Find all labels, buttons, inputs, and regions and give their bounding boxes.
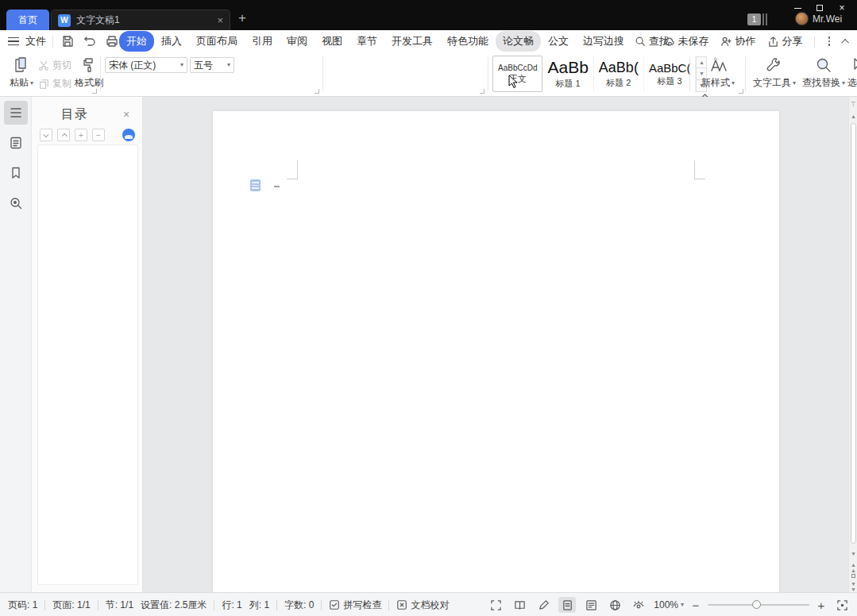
left-navigation-strip: [0, 97, 32, 592]
outline-empty-area[interactable]: [37, 144, 138, 585]
page-view-button[interactable]: [558, 597, 576, 613]
paragraph-dialog-launcher[interactable]: [480, 89, 484, 94]
tab-developer[interactable]: 开发工具: [384, 31, 440, 52]
document-notes-icon: [9, 136, 23, 150]
tab-section[interactable]: 章节: [349, 31, 384, 52]
badge-bars-icon: [762, 13, 767, 25]
save-icon[interactable]: [60, 33, 75, 49]
clipboard-dialog-launcher[interactable]: [92, 89, 97, 94]
styles-dialog-launcher[interactable]: [739, 89, 743, 94]
collapse-ribbon-icon[interactable]: [841, 38, 849, 46]
collapse-all-button[interactable]: [57, 129, 70, 141]
status-pages[interactable]: 页面: 1/1: [52, 599, 90, 612]
outline-view-button[interactable]: [582, 597, 600, 613]
maximize-button[interactable]: [808, 2, 832, 13]
smart-outline-toggle[interactable]: [122, 129, 135, 141]
font-dialog-launcher[interactable]: [315, 89, 319, 94]
tab-write-search[interactable]: 边写边搜: [576, 31, 631, 52]
search-panel-button[interactable]: [4, 191, 28, 215]
outline-panel-button[interactable]: [4, 101, 28, 125]
status-word-count[interactable]: 字数: 0: [284, 599, 314, 612]
panel-close-icon[interactable]: ×: [123, 108, 129, 121]
promote-button[interactable]: +: [75, 129, 87, 141]
font-size-combo[interactable]: 五号▾: [190, 57, 234, 73]
font-name-combo[interactable]: 宋体 (正文)▾: [105, 57, 187, 73]
tab-special-features[interactable]: 特色功能: [440, 31, 496, 52]
text-tool-button[interactable]: 文字工具▾: [751, 56, 797, 90]
ink-mode-button[interactable]: [535, 597, 552, 613]
copy-button[interactable]: 复制: [38, 77, 71, 90]
web-view-button[interactable]: [606, 597, 623, 613]
user-avatar[interactable]: [795, 12, 809, 25]
vertical-scrollbar[interactable]: ⊤ ▲ ▼ ▲▲ ▼▼: [848, 97, 857, 592]
style-heading2[interactable]: AaBb( 标题 2: [594, 56, 644, 92]
bookmark-icon: [9, 166, 23, 180]
titlebar: 首页 W 文字文稿1 × + × 1 Mr.Wei: [0, 0, 857, 30]
spellcheck-icon: [329, 599, 340, 610]
document-proofing-button[interactable]: 文档校对: [396, 599, 449, 612]
home-tab[interactable]: 首页: [6, 10, 49, 30]
notification-badge[interactable]: 1: [747, 13, 761, 25]
select-button[interactable]: 选择: [843, 56, 857, 90]
undo-icon[interactable]: [82, 33, 98, 49]
tab-paper-tools[interactable]: 论文畅: [496, 31, 541, 52]
tab-home[interactable]: 开始: [119, 31, 154, 52]
tab-references[interactable]: 引用: [245, 31, 280, 52]
status-margin-setting[interactable]: 设置值: 2.5厘米: [141, 599, 207, 612]
proofing-icon: [396, 599, 407, 610]
status-page-number[interactable]: 页码: 1: [8, 599, 37, 612]
document-tab[interactable]: W 文字文稿1 ×: [51, 10, 230, 30]
style-heading3[interactable]: AaBbC( 标题 3: [644, 56, 697, 92]
fullscreen-view-button[interactable]: [487, 597, 504, 613]
minimize-button[interactable]: [786, 2, 809, 13]
ruler-toggle-icon[interactable]: ⊤: [849, 102, 857, 108]
zoom-out-button[interactable]: −: [690, 599, 701, 612]
tab-view[interactable]: 视图: [315, 31, 349, 52]
new-tab-button[interactable]: +: [238, 11, 246, 25]
tab-page-layout[interactable]: 页面布局: [189, 31, 245, 52]
paste-button[interactable]: 粘贴▾: [8, 56, 35, 90]
scrollbar-thumb[interactable]: [851, 123, 856, 544]
document-area: [143, 97, 848, 592]
collaborate-button[interactable]: 协作: [720, 34, 756, 48]
previous-page-icon[interactable]: ▲▲: [849, 562, 857, 573]
file-menu[interactable]: 文件: [25, 34, 46, 48]
zoom-in-button[interactable]: +: [816, 599, 827, 612]
next-page-icon[interactable]: ▼▼: [849, 581, 857, 592]
spell-check-button[interactable]: 拼写检查: [329, 599, 381, 612]
eye-protect-button[interactable]: [630, 597, 647, 613]
select-browse-object-icon[interactable]: [851, 574, 855, 578]
zoom-slider[interactable]: [708, 604, 809, 606]
demote-button[interactable]: −: [92, 129, 105, 141]
notes-panel-button[interactable]: [4, 131, 28, 155]
new-style-button[interactable]: 新样式▾: [697, 56, 739, 90]
smart-insert-icon[interactable]: [250, 179, 261, 191]
scroll-down-icon[interactable]: ▼: [849, 551, 857, 556]
status-section[interactable]: 节: 1/1: [106, 599, 133, 612]
tab-insert[interactable]: 插入: [154, 31, 189, 52]
cut-button[interactable]: 剪切: [38, 59, 71, 72]
zoom-level[interactable]: 100%▾: [654, 599, 684, 610]
zoom-slider-thumb[interactable]: [752, 600, 761, 609]
close-button[interactable]: ×: [830, 2, 854, 13]
scroll-up-icon[interactable]: ▲: [849, 114, 857, 119]
tab-review[interactable]: 审阅: [280, 31, 315, 52]
tab-close-icon[interactable]: ×: [217, 14, 223, 26]
bookmark-panel-button[interactable]: [4, 161, 28, 185]
read-view-button[interactable]: [511, 597, 528, 613]
share-button[interactable]: 分享: [767, 34, 803, 48]
find-replace-button[interactable]: 查找替换▾: [801, 56, 847, 90]
document-page[interactable]: [213, 111, 779, 592]
expand-all-button[interactable]: [40, 129, 52, 141]
more-options-icon[interactable]: [826, 37, 833, 46]
print-icon[interactable]: [104, 33, 120, 49]
fit-page-button[interactable]: [833, 597, 851, 613]
brush-icon: [80, 56, 98, 74]
status-column[interactable]: 列: 1: [249, 599, 269, 612]
status-line[interactable]: 行: 1: [222, 599, 241, 612]
text-cursor-mark: [274, 186, 280, 187]
writer-doc-icon: W: [58, 14, 71, 27]
style-heading1[interactable]: AaBb 标题 1: [542, 56, 593, 92]
save-status[interactable]: 未保存: [663, 34, 709, 48]
tab-official-doc[interactable]: 公文: [541, 31, 576, 52]
